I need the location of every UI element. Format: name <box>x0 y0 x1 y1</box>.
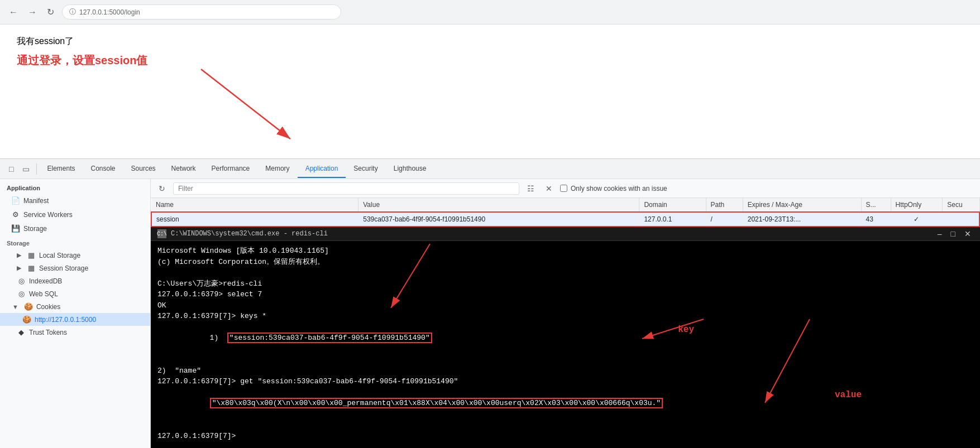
cookie-secure <box>943 212 979 227</box>
sidebar-item-service-workers[interactable]: ⚙ Service Workers <box>0 208 150 221</box>
secure-icon: ⓘ <box>69 7 76 17</box>
sidebar-item-indexeddb[interactable]: ◎ IndexedDB <box>0 274 150 287</box>
devtools-sidebar: Application 📄 Manifest ⚙ Service Workers… <box>0 179 151 448</box>
sidebar-item-session-storage-label: Session Storage <box>39 264 88 272</box>
key-annotation: key <box>678 323 694 336</box>
sidebar-item-storage[interactable]: 💾 Storage <box>0 221 150 235</box>
expand-icon-local: ▶ <box>17 252 21 259</box>
terminal-line-9: 127.0.0.1:6379[7]> get "session:539ca037… <box>157 376 973 387</box>
only-issues-checkbox[interactable] <box>560 185 567 192</box>
tab-performance[interactable]: Performance <box>204 160 258 178</box>
col-domain: Domain <box>639 198 706 212</box>
device-toggle-btn[interactable]: ▭ <box>18 162 34 176</box>
sidebar-item-session-storage[interactable]: ▶ ▦ Session Storage <box>0 262 150 274</box>
cookies-filter-input[interactable] <box>173 182 519 195</box>
sidebar-item-local-storage-label: Local Storage <box>39 252 80 259</box>
trust-tokens-icon: ◆ <box>17 328 26 336</box>
forward-button[interactable]: → <box>26 5 39 20</box>
clear-filter-btn[interactable]: ✕ <box>542 182 556 195</box>
service-workers-icon: ⚙ <box>11 210 20 219</box>
local-storage-icon: ▦ <box>27 251 36 259</box>
expand-icon-cookies: ▼ <box>12 304 18 310</box>
tab-security[interactable]: Security <box>346 160 385 178</box>
terminal-close-btn[interactable]: ✕ <box>962 229 973 238</box>
page-main-text: 我有session了 <box>17 36 963 47</box>
value-annotation: value <box>835 388 862 402</box>
redis-key-highlighted: "session:539ca037-bab6-4f9f-9054-f10991b… <box>227 333 432 343</box>
only-issues-label[interactable]: Only show cookies with an issue <box>560 185 667 192</box>
tab-separator <box>36 163 37 175</box>
page-content: 我有session了 通过登录，设置session值 <box>0 25 980 158</box>
cookie-expires: 2021-09-23T13:... <box>743 212 861 227</box>
manifest-icon: 📄 <box>11 196 20 205</box>
tab-application[interactable]: Application <box>298 160 346 178</box>
refresh-cookies-btn[interactable]: ↻ <box>155 182 169 195</box>
sidebar-app-title: Application <box>0 179 150 194</box>
sidebar-storage-section: Storage <box>0 235 150 249</box>
terminal-minimize-btn[interactable]: – <box>935 229 944 238</box>
sidebar-item-local-storage[interactable]: ▶ ▦ Local Storage <box>0 249 150 262</box>
cookie-path: / <box>706 212 743 227</box>
col-value: Value <box>358 198 639 212</box>
col-name: Name <box>151 198 358 212</box>
sidebar-item-cookies-child-label: http://127.0.0.1:5000 <box>35 316 96 324</box>
terminal-line-3: C:\Users\万志豪>redis-cli <box>157 278 973 290</box>
terminal-icon: C:\ <box>157 229 166 238</box>
col-expires: Expires / Max-Age <box>743 198 861 212</box>
devtools-body: Application 📄 Manifest ⚙ Service Workers… <box>0 179 980 448</box>
indexeddb-icon: ◎ <box>17 277 26 285</box>
page-annotation: 通过登录，设置session值 <box>17 53 963 68</box>
col-secure: Secu <box>943 198 979 212</box>
col-size: S... <box>861 198 891 212</box>
tab-elements[interactable]: Elements <box>39 160 83 178</box>
tab-lighthouse[interactable]: Lighthouse <box>386 160 434 178</box>
devtools: □ ▭ Elements Console Sources Network Per… <box>0 158 980 448</box>
terminal-title: C:\WINDOWS\system32\cmd.exe - redis-cli <box>171 230 931 238</box>
expand-icon-session: ▶ <box>17 264 21 272</box>
sidebar-item-trust-tokens[interactable]: ◆ Trust Tokens <box>0 326 150 339</box>
sidebar-item-manifest-label: Manifest <box>23 197 49 205</box>
back-button[interactable]: ← <box>7 5 20 20</box>
sidebar-item-cookies[interactable]: ▼ 🍪 Cookies <box>0 300 150 313</box>
cookies-child-icon: 🍪 <box>22 315 31 324</box>
terminal-line-11: 127.0.0.1:6379[7]> <box>157 431 973 442</box>
sidebar-item-storage-label: Storage <box>23 225 47 233</box>
sidebar-item-web-sql[interactable]: ◎ Web SQL <box>0 287 150 300</box>
terminal-titlebar: C:\ C:\WINDOWS\system32\cmd.exe - redis-… <box>151 227 980 241</box>
terminal-controls: – □ ✕ <box>935 229 973 238</box>
terminal-maximize-btn[interactable]: □ <box>949 229 958 238</box>
tab-memory[interactable]: Memory <box>257 160 297 178</box>
sidebar-item-indexeddb-label: IndexedDB <box>29 277 62 285</box>
sidebar-item-web-sql-label: Web SQL <box>29 290 58 298</box>
col-path: Path <box>706 198 743 212</box>
cookies-toolbar: ↻ ☷ ✕ Only show cookies with an issue <box>151 179 980 198</box>
sidebar-item-manifest[interactable]: 📄 Manifest <box>0 194 150 208</box>
cookie-domain: 127.0.0.1 <box>639 212 706 227</box>
terminal-line-7: 1) "session:539ca037-bab6-4f9f-9054-f109… <box>157 322 973 365</box>
url-text: 127.0.0.1:5000/login <box>79 8 140 16</box>
cookie-size: 43 <box>861 212 891 227</box>
cookies-table-header-row: Name Value Domain Path Expires / Max-Age… <box>151 198 979 212</box>
tab-console[interactable]: Console <box>83 160 123 178</box>
reload-button[interactable]: ↻ <box>45 4 56 20</box>
terminal-line-5: OK <box>157 300 973 311</box>
cookie-name: session <box>151 212 358 227</box>
devtools-main-panel: ↻ ☷ ✕ Only show cookies with an issue Na… <box>151 179 980 448</box>
session-storage-icon: ▦ <box>27 264 36 272</box>
redis-value-highlighted: "\x80\x03q\x00(X\n\x00\x00\x00_permanent… <box>210 398 663 408</box>
tab-network[interactable]: Network <box>164 160 204 178</box>
sidebar-item-cookies-child[interactable]: 🍪 http://127.0.0.1:5000 <box>0 313 150 326</box>
terminal-line-2 <box>157 267 973 278</box>
inspect-element-btn[interactable]: □ <box>4 162 18 176</box>
devtools-tabbar: □ ▭ Elements Console Sources Network Per… <box>0 159 980 179</box>
col-httponly: HttpOnly <box>891 198 943 212</box>
filter-options-btn[interactable]: ☷ <box>524 182 538 195</box>
terminal-line-4: 127.0.0.1:6379> select 7 <box>157 289 973 300</box>
tab-sources[interactable]: Sources <box>123 160 164 178</box>
svg-line-1 <box>201 69 290 139</box>
sidebar-item-trust-tokens-label: Trust Tokens <box>29 329 67 336</box>
cookie-row[interactable]: session 539ca037-bab6-4f9f-9054-f10991b5… <box>151 212 979 227</box>
terminal-body: Microsoft Windows [版本 10.0.19043.1165] (… <box>151 241 980 446</box>
address-bar[interactable]: ⓘ 127.0.0.1:5000/login <box>62 4 341 20</box>
cookies-icon: 🍪 <box>24 302 33 311</box>
